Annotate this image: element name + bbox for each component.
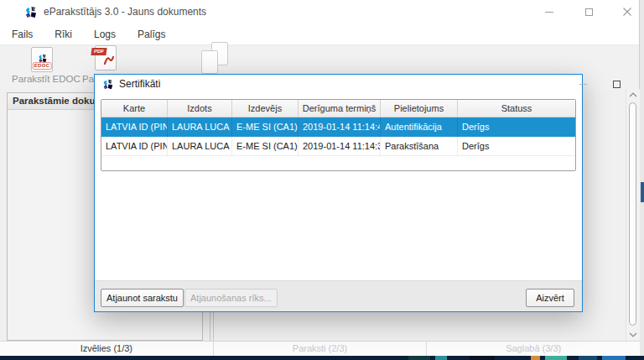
column-header-deriguma-termins[interactable]: Derīguma termiņš [298,100,380,117]
status-steps-bar: Izvēlies (1/3) Paraksti (2/3) Saglabā (3… [0,341,640,356]
taskbar-bit [579,356,597,360]
column-header-pielietojums[interactable]: Pielietojums [380,100,457,117]
maximize-icon [585,8,593,16]
sign-edoc-icon[interactable]: EDOC [31,47,53,72]
taskbar-bit [408,356,430,360]
pdf-swoosh-icon [103,53,115,68]
cell-izdots: LAURA LUCA [167,117,231,137]
scroll-down-icon[interactable] [626,329,640,341]
page-front-icon [201,50,218,74]
menu-paligs[interactable]: Palīgs [132,25,170,44]
dialog-minimize-button[interactable] [567,75,599,93]
taskbar-bit [545,356,567,360]
column-header-karte[interactable]: Karte [101,100,167,117]
cell-izdots: LAURA LUCA [167,137,231,155]
dialog-titlebar[interactable]: Sertifikāti [95,75,582,93]
dialog-close-button[interactable] [634,75,644,93]
main-titlebar[interactable]: eParakstītājs 3.0 - Jauns dokuments [0,0,639,23]
taskbar-bit [531,356,540,360]
column-header-izdots[interactable]: Izdots [167,100,231,117]
app-puzzle-icon [24,6,37,18]
cell-karte: LATVIA ID (PIN 1) [101,117,167,137]
dialog-maximize-icon [613,81,621,88]
desktop-sliver [641,182,644,202]
copy-pages-icon[interactable] [201,42,228,74]
sign-edoc-button[interactable]: Parakstīt EDOC [12,74,80,84]
taskbar-bit [602,356,626,360]
step-tab-izvelies[interactable]: Izvēlies (1/3) [0,342,213,356]
table-row[interactable]: LATVIA ID (PIN 2) LAURA LUCA E-ME SI (CA… [101,137,575,156]
sign-pdf-icon[interactable]: PDF [95,45,117,70]
cell-karte: LATVIA ID (PIN 2) [101,137,167,155]
dialog-minimize-icon [579,84,587,85]
taskbar-bit [435,356,447,360]
dialog-title: Sertifikāti [119,78,160,90]
scrollbar-thumb[interactable] [629,102,636,326]
cell-statuss: Derīgs [457,117,575,137]
window-title: eParakstītājs 3.0 - Jauns dokuments [44,6,206,18]
minimize-button[interactable] [536,0,563,23]
menu-fails[interactable]: Fails [7,25,38,44]
cell-pielietojums: Parakstīšana [380,137,457,155]
dialog-puzzle-icon [102,78,113,89]
dialog-maximize-button[interactable] [600,75,632,93]
menu-riki[interactable]: Rīki [49,25,77,44]
column-header-statuss[interactable]: Statuss [457,100,575,117]
menu-logs[interactable]: Logs [89,25,121,44]
certificates-dialog: Sertifikāti Karte Izdots Izdevējs Derīgu… [94,74,583,312]
cell-izdevejs: E-ME SI (CA1) [231,117,298,137]
cell-deriguma-termins: 2019-01-14 11:14:39 [298,137,380,155]
certificates-table: Karte Izdots Izdevējs Derīguma termiņš P… [101,99,576,171]
step-tab-paraksti[interactable]: Paraksti (2/3) [213,342,427,356]
cell-izdevejs: E-ME SI (CA1) [231,137,298,155]
menu-bar: Fails Rīki Logs Palīgs [0,23,639,45]
table-header-row: Karte Izdots Izdevējs Derīguma termiņš P… [101,100,575,117]
minimize-icon [545,12,553,13]
taskbar-strip [0,356,644,360]
step-tab-saglaba[interactable]: Saglabā (3/3) [426,342,640,356]
cell-deriguma-termins: 2019-01-14 11:14:42 [298,117,380,137]
dialog-footer: Atjaunot sarakstu Atjaunošanas rīks... A… [95,280,582,311]
table-row-selected[interactable]: LATVIA ID (PIN 1) LAURA LUCA E-ME SI (CA… [101,117,575,137]
vertical-scrollbar[interactable] [626,89,640,341]
refresh-list-button[interactable]: Atjaunot sarakstu [101,289,184,307]
column-header-izdevejs[interactable]: Izdevējs [231,100,298,117]
close-button[interactable] [614,0,641,23]
edoc-badge: EDOC [33,62,52,70]
maximize-button[interactable] [575,0,602,23]
cell-statuss: Derīgs [457,137,575,155]
close-icon [623,8,631,16]
taskbar-bit [470,356,495,360]
renewal-tool-button[interactable]: Atjaunošanas rīks... [184,289,278,307]
cell-pielietojums: Autentifikācija [380,117,457,137]
close-dialog-button[interactable]: Aizvērt [526,289,574,307]
